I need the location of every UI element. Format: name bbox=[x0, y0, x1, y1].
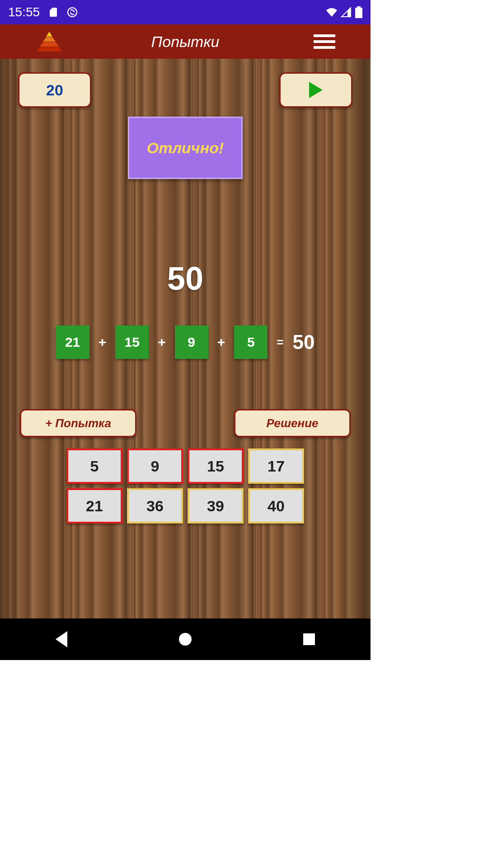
sync-off-icon bbox=[67, 7, 78, 18]
equation-tile: 5 bbox=[234, 326, 267, 359]
target-number: 50 bbox=[0, 260, 371, 297]
recent-icon bbox=[303, 633, 315, 645]
result-message: Отлично! bbox=[128, 117, 243, 179]
wifi-icon bbox=[326, 7, 337, 18]
solution-button[interactable]: Решение bbox=[234, 409, 351, 437]
equals-icon: = bbox=[277, 335, 283, 349]
number-tile[interactable]: 9 bbox=[127, 448, 183, 484]
number-tile[interactable]: 40 bbox=[248, 488, 304, 524]
equation-tile: 21 bbox=[56, 326, 89, 359]
play-area: 20 Отлично! 50 21 + 15 + 9 + 5 = 50 + По… bbox=[0, 59, 371, 618]
number-tile[interactable]: 36 bbox=[127, 488, 183, 524]
nav-recent-button[interactable] bbox=[303, 633, 315, 645]
status-time: 15:55 bbox=[8, 5, 40, 19]
number-tile[interactable]: 21 bbox=[66, 488, 122, 524]
nav-home-button[interactable] bbox=[179, 633, 192, 646]
plus-icon: + bbox=[217, 335, 225, 350]
svg-rect-2 bbox=[357, 6, 361, 8]
number-tile[interactable]: 39 bbox=[188, 488, 244, 524]
number-tile[interactable]: 5 bbox=[66, 448, 122, 484]
svg-rect-1 bbox=[355, 8, 362, 18]
sd-card-icon bbox=[48, 7, 59, 18]
menu-icon[interactable] bbox=[314, 34, 335, 49]
app-bar: Попытки bbox=[0, 24, 371, 59]
battery-icon bbox=[355, 6, 362, 18]
svg-marker-3 bbox=[46, 32, 52, 37]
cell-signal-icon bbox=[341, 7, 352, 18]
pyramid-logo-icon bbox=[36, 32, 62, 52]
equation-row: 21 + 15 + 9 + 5 = 50 bbox=[0, 326, 371, 359]
back-icon bbox=[56, 631, 67, 647]
number-tile[interactable]: 17 bbox=[248, 448, 304, 484]
number-grid: 59151721363940 bbox=[66, 448, 304, 524]
equation-tile: 15 bbox=[115, 326, 149, 359]
status-bar: 15:55 bbox=[0, 0, 371, 24]
plus-icon: + bbox=[158, 335, 166, 350]
score-display: 20 bbox=[18, 72, 91, 108]
equation-sum: 50 bbox=[292, 331, 314, 354]
svg-marker-6 bbox=[37, 47, 62, 52]
action-row: + Попытка Решение bbox=[0, 409, 371, 437]
add-attempt-button[interactable]: + Попытка bbox=[20, 409, 136, 437]
number-tile[interactable]: 15 bbox=[188, 448, 244, 484]
home-icon bbox=[179, 633, 192, 646]
system-nav-bar bbox=[0, 618, 371, 660]
next-button[interactable] bbox=[279, 72, 352, 108]
play-icon bbox=[309, 82, 323, 98]
nav-back-button[interactable] bbox=[56, 631, 67, 647]
svg-marker-5 bbox=[40, 42, 59, 47]
svg-marker-4 bbox=[43, 37, 56, 42]
equation-tile: 9 bbox=[175, 326, 208, 359]
plus-icon: + bbox=[99, 335, 107, 350]
svg-point-0 bbox=[68, 8, 77, 17]
